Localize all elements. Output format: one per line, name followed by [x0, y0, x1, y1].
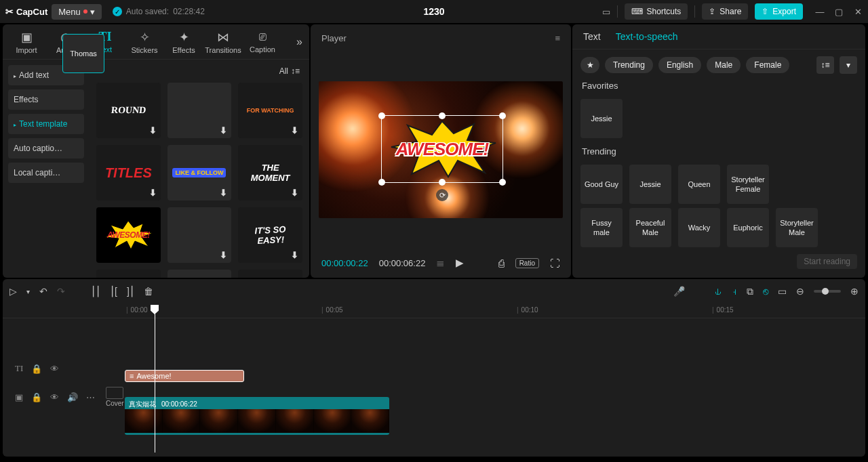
link-icon[interactable]: ⧉	[747, 286, 753, 297]
timeline[interactable]: 00:00 00:05 00:10 00:15 TI 🔒 👁 ≡ Awesome…	[3, 303, 865, 457]
fullscreen-icon[interactable]: ⛶	[550, 257, 560, 269]
nav-effects[interactable]: Effects	[8, 89, 84, 110]
download-icon[interactable]: ⬇	[220, 250, 227, 260]
template-item[interactable]: 5 BEST	[96, 270, 161, 278]
filter-all-label[interactable]: All	[279, 66, 288, 76]
visibility-icon[interactable]: 👁	[50, 364, 59, 374]
zoom-in-icon[interactable]: ⊕	[850, 286, 859, 297]
cover-button[interactable]: Cover	[106, 387, 124, 407]
export-button[interactable]: ⇧ Export	[755, 3, 803, 20]
lock-icon[interactable]: 🔒	[31, 392, 42, 402]
tab-text-props[interactable]: Text	[583, 31, 601, 42]
video-clip[interactable]: 真实烟花 00:00:06:22	[125, 397, 389, 435]
resize-handle[interactable]	[499, 179, 506, 186]
voice-good-guy[interactable]: Good Guy	[580, 165, 623, 204]
voice-peaceful-male[interactable]: Peaceful Male	[629, 208, 671, 247]
maximize-button[interactable]: ▢	[834, 7, 844, 17]
timeline-ruler[interactable]: 00:00 00:05 00:10 00:15	[3, 303, 865, 318]
more-icon[interactable]: ⋯	[86, 392, 95, 402]
split-tool[interactable]: ⎮⎮	[91, 286, 100, 297]
download-icon[interactable]: ⬇	[149, 125, 157, 135]
snap-icon[interactable]: ⫝	[713, 286, 723, 297]
voice-queen[interactable]: Queen	[678, 165, 720, 204]
resize-handle[interactable]	[439, 112, 446, 119]
cursor-dropdown[interactable]: ▾	[26, 288, 30, 295]
template-item[interactable]: TITLES⬇	[96, 145, 161, 201]
zoom-slider[interactable]	[814, 290, 841, 293]
selection-box[interactable]: AWESOME! ⟳	[381, 115, 503, 183]
chevron-down-icon[interactable]: ▾	[840, 56, 857, 74]
close-button[interactable]: ✕	[853, 7, 863, 17]
rotate-handle[interactable]: ⟳	[436, 189, 448, 201]
capture-icon[interactable]: ⎙	[498, 257, 505, 269]
tab-transitions[interactable]: ⋈Transitions	[206, 30, 240, 54]
resize-handle[interactable]	[499, 112, 506, 119]
list-icon[interactable]: ≣	[436, 257, 445, 269]
filter-icon[interactable]: ↕≡	[291, 66, 300, 76]
tab-import[interactable]: ▣Import	[9, 30, 43, 54]
mic-icon[interactable]: 🎤	[673, 286, 685, 297]
ratio-button[interactable]: Ratio	[515, 258, 539, 268]
resize-handle[interactable]	[378, 179, 385, 186]
lock-icon[interactable]: 🔒	[31, 364, 42, 374]
nav-text-template[interactable]: ▸Text template	[8, 114, 84, 134]
undo-button[interactable]: ↶	[39, 286, 47, 297]
tabs-more-button[interactable]: »	[296, 36, 302, 48]
voice-jessie[interactable]: Jessie	[580, 99, 623, 138]
redo-button[interactable]: ↷	[57, 286, 65, 297]
voice-wacky[interactable]: Wacky	[678, 208, 720, 247]
split-left-tool[interactable]: ⎮[	[110, 286, 117, 297]
template-item[interactable]: ROUND⬇	[96, 83, 161, 138]
chip-english[interactable]: English	[658, 57, 701, 73]
project-title[interactable]: 1230	[423, 6, 444, 17]
download-icon[interactable]: ⬇	[291, 188, 298, 198]
preview-icon[interactable]: ▭	[778, 286, 787, 297]
cursor-tool[interactable]: ▷	[9, 286, 17, 297]
player-menu-icon[interactable]: ≡	[555, 33, 560, 43]
nav-auto-captions[interactable]: Auto captio…	[8, 138, 84, 159]
zoom-out-icon[interactable]: ⊖	[796, 286, 804, 297]
sort-icon[interactable]: ↕≡	[816, 56, 834, 74]
text-clip[interactable]: ≡ Awesome!	[125, 370, 244, 382]
zoom-knob[interactable]	[822, 288, 829, 295]
template-item[interactable]	[167, 270, 232, 278]
template-item[interactable]: LIKE & FOLLOW⬇	[167, 145, 232, 201]
magnet-icon[interactable]: ⎋	[763, 286, 768, 297]
chip-trending[interactable]: Trending	[605, 57, 653, 73]
menu-button[interactable]: Menu ▾	[52, 4, 102, 20]
share-button[interactable]: ⇪ Share	[702, 3, 748, 20]
play-button[interactable]: ▶	[456, 257, 464, 269]
layout-icon[interactable]: ▭	[602, 7, 610, 17]
template-item[interactable]: IT'S SO EASY!⬇	[238, 207, 302, 263]
template-item[interactable]: THE MOMENT⬇	[238, 145, 302, 201]
minimize-button[interactable]: —	[815, 7, 825, 17]
tab-effects[interactable]: ✦Effects	[167, 30, 201, 54]
template-item[interactable]: GYM EQUIPMENT	[238, 270, 302, 278]
align-icon[interactable]: ⫞	[732, 286, 737, 297]
chip-male[interactable]: Male	[707, 57, 741, 73]
template-item[interactable]: ⬇	[167, 83, 232, 138]
chip-female[interactable]: Female	[746, 57, 789, 73]
resize-handle[interactable]	[439, 179, 446, 186]
download-icon[interactable]: ⬇	[291, 125, 298, 135]
split-right-tool[interactable]: ]⎮	[127, 286, 134, 297]
download-icon[interactable]: ⬇	[149, 188, 157, 198]
download-icon[interactable]: ⬇	[291, 250, 298, 260]
template-item[interactable]: AWESOME!	[96, 207, 161, 263]
voice-jessie[interactable]: Jessie	[629, 165, 671, 204]
chip-favorites[interactable]: ★	[580, 57, 599, 73]
tab-stickers[interactable]: ✧Stickers	[127, 30, 161, 54]
voice-storyteller-female[interactable]: Storyteller Female	[727, 165, 769, 204]
playhead[interactable]	[155, 306, 155, 453]
template-item[interactable]: FOR WATCHING⬇	[238, 83, 302, 138]
start-reading-button[interactable]: Start reading	[797, 254, 857, 269]
mute-icon[interactable]: 🔊	[67, 392, 78, 402]
voice-fussy-male[interactable]: Fussy male	[580, 208, 623, 247]
delete-button[interactable]: 🗑	[144, 286, 153, 297]
tab-caption[interactable]: ⎚Caption	[245, 30, 279, 54]
voice-euphoric[interactable]: Euphoric	[727, 208, 769, 247]
resize-handle[interactable]	[378, 112, 385, 119]
tab-text-to-speech[interactable]: Text-to-speech	[616, 31, 678, 42]
player-canvas[interactable]: AWESOME! ⟳	[319, 81, 563, 218]
shortcuts-button[interactable]: ⌨ Shortcuts	[625, 3, 688, 20]
